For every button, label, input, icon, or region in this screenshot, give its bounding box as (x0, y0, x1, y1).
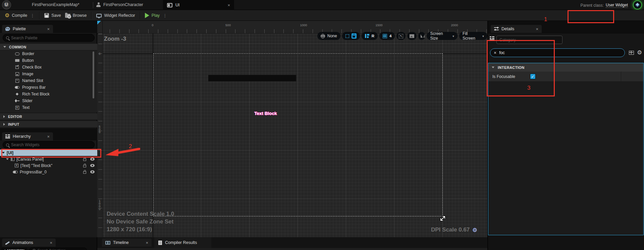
close-icon[interactable]: × (146, 240, 148, 245)
fill-screen-dropdown[interactable]: Fill Screen ▾ (459, 32, 487, 40)
search-icon (33, 249, 36, 250)
widget-reflector-button[interactable]: Widget Reflector (94, 10, 137, 21)
visibility-eye-icon[interactable] (90, 170, 95, 173)
palette-item-progressbar[interactable]: Progress Bar (0, 84, 97, 91)
chevron-right-icon (3, 123, 5, 126)
close-tab-icon[interactable]: × (227, 3, 230, 8)
close-icon[interactable]: × (47, 27, 50, 32)
palette-section-input[interactable]: INPUT (0, 121, 97, 128)
hierarchy-search-input[interactable] (11, 142, 91, 147)
visibility-eye-icon[interactable] (90, 158, 95, 161)
search-icon (6, 143, 9, 147)
browse-icon (65, 14, 70, 18)
animations-search-input[interactable] (38, 249, 84, 250)
palette-scrollbar[interactable] (93, 51, 94, 98)
canvas-toolbar: None R 4 ↖ Scree (317, 32, 487, 40)
rotation-mode-label[interactable]: R (372, 34, 374, 38)
palette-item-image[interactable]: Image (0, 71, 97, 77)
palette-search[interactable] (3, 34, 95, 42)
close-icon[interactable]: × (536, 27, 538, 32)
browse-button[interactable]: Browse (63, 10, 89, 21)
palette-item-slider[interactable]: Slider (0, 97, 97, 104)
hierarchy-icon (5, 134, 10, 138)
preview-background-button[interactable] (407, 32, 417, 40)
parent-class: Parent class: User Widget (581, 3, 628, 8)
compile-options-kebab[interactable]: ⋮ (30, 13, 35, 18)
hierarchy-search[interactable] (3, 141, 95, 149)
image-icon (410, 34, 414, 38)
details-icon (494, 27, 499, 31)
align-icon[interactable] (365, 34, 369, 38)
lock-icon[interactable] (83, 159, 86, 161)
tab-firstpersoncharacter[interactable]: FirstPersonCharacter (96, 2, 143, 7)
designer-canvas[interactable]: 0 500 1000 1500 2000 0 500 1000 Zoom -3 … (97, 21, 487, 237)
palette-section-editor[interactable]: EDITOR (0, 113, 97, 120)
border-icon (15, 52, 19, 55)
tab-hierarchy[interactable]: Hierarchy × (2, 132, 53, 140)
unreal-logo-icon[interactable] (2, 0, 11, 9)
tab-details[interactable]: Details × (491, 25, 542, 33)
text-block-widget[interactable] (208, 75, 296, 81)
visibility-eye-icon[interactable] (90, 164, 95, 167)
palette-item-namedslot[interactable]: *Named Slot (0, 77, 97, 84)
named-slot-icon: * (15, 79, 19, 83)
animations-icon (5, 241, 10, 245)
grid-snap-icon[interactable] (383, 34, 387, 38)
palette-section-common[interactable]: COMMON (0, 44, 97, 50)
tab-ui-active[interactable]: UI × (163, 0, 234, 10)
hierarchy-row-text-block[interactable]: T [Text] "Text Block" (0, 162, 97, 169)
palette-search-input[interactable] (11, 36, 91, 40)
chevron-down-icon: ▾ (482, 34, 484, 38)
left-dock: Palette × COMMON Border Button Check Box… (0, 21, 97, 237)
play-button[interactable]: Play ⋮ (143, 10, 169, 21)
compile-status-icon: ⚙ (5, 13, 9, 18)
character-icon (96, 2, 101, 7)
hierarchy-tabstrip: Hierarchy × (0, 128, 97, 140)
close-icon[interactable]: × (50, 240, 52, 245)
add-animation-button[interactable]: + ANIMATION (1, 248, 27, 250)
save-button[interactable]: Save (42, 10, 63, 21)
alignment-group[interactable]: R (362, 32, 378, 40)
anchor-dropdown[interactable]: None (317, 32, 340, 40)
dpi-settings-gear-icon[interactable]: ⚙ (472, 227, 477, 233)
chevron-down-icon[interactable] (6, 158, 9, 160)
tab-timeline[interactable]: Timeline × (102, 239, 152, 247)
localization-preview-button[interactable]: ↖ (396, 32, 406, 40)
compile-button[interactable]: ⚙ Compile ⋮ (3, 10, 37, 21)
palette-item-checkbox[interactable]: Check Box (0, 64, 97, 71)
grid-snap-group[interactable]: 4 (379, 32, 395, 40)
tab-compiler-results[interactable]: Compiler Results (154, 237, 211, 248)
revision-control-status-icon[interactable] (633, 0, 642, 9)
annotation-box-step2 (1, 149, 101, 158)
hierarchy-row-progressbar[interactable]: ProgressBar_0 (0, 169, 97, 175)
parent-class-link[interactable]: User Widget (606, 3, 628, 8)
tab-firstpersonexamplemap[interactable]: FirstPersonExampleMap* (32, 2, 79, 7)
play-icon (145, 13, 149, 18)
toolbar-divider (91, 12, 92, 19)
palette-item-text[interactable]: TText (0, 104, 97, 111)
play-options-kebab[interactable]: ⋮ (163, 13, 167, 18)
palette-item-button[interactable]: Button (0, 57, 97, 64)
flip-preview-button[interactable] (418, 32, 425, 40)
toolbar-divider (140, 12, 140, 19)
dpi-scale-label: DPI Scale 0.67 (431, 226, 470, 233)
screen-size-dropdown[interactable]: Screen Size ▾ (427, 32, 458, 40)
chevron-down-icon: ▾ (452, 34, 454, 38)
canvas-panel-selection-outline[interactable] (153, 53, 443, 216)
button-icon (15, 59, 19, 62)
marquee-select-icon[interactable] (345, 34, 349, 38)
palette-item-richtextblock[interactable]: Rich Text Block (0, 91, 97, 97)
tab-animations[interactable]: Animations × (2, 239, 56, 247)
canvas-status-text: Device Content Scale 1.0 No Device Safe … (107, 210, 174, 233)
lock-icon[interactable] (83, 165, 86, 167)
lock-icon[interactable] (83, 171, 86, 174)
details-settings-gear-icon[interactable]: ⚙ (637, 49, 642, 56)
lock-widget-icon[interactable] (352, 33, 357, 39)
palette-item-border[interactable]: Border (0, 50, 97, 57)
animations-search[interactable] (29, 248, 87, 250)
property-matrix-icon[interactable] (629, 51, 634, 55)
selection-lock-group[interactable] (342, 32, 360, 40)
grid-snap-value[interactable]: 4 (389, 34, 391, 38)
tab-palette[interactable]: Palette × (2, 25, 53, 33)
close-icon[interactable]: × (47, 134, 50, 139)
